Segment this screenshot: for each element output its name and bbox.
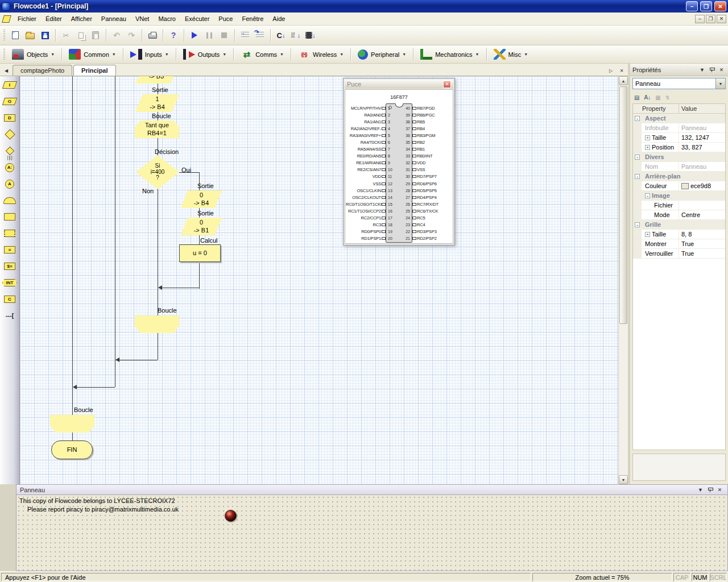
panneau-canvas[interactable]: This copy of Flowcode belongs to LYCEE-S…	[16, 495, 728, 571]
help-button[interactable]	[166, 28, 181, 42]
tab-principal[interactable]: Principal	[73, 65, 115, 76]
close-button[interactable]: ✕	[714, 1, 726, 11]
property-category-image[interactable]: -Image	[633, 191, 725, 201]
loop-icon[interactable]	[3, 197, 16, 204]
compile-c-button[interactable]	[274, 28, 288, 42]
common-group[interactable]: Common▼	[65, 47, 120, 62]
properties-close-icon[interactable]: ✕	[717, 66, 726, 74]
input-icon[interactable]: I	[2, 81, 17, 89]
mdi-restore-button[interactable]: ❐	[706, 15, 715, 23]
flow-calculation[interactable]: u = 0	[179, 244, 221, 262]
collapse-icon[interactable]: -	[635, 174, 640, 179]
mechatronics-group[interactable]: Mechatronics▼	[416, 47, 483, 62]
property-category-grille[interactable]: -Grille	[633, 220, 725, 230]
compile-hex-button[interactable]	[288, 28, 303, 42]
mdi-close-button[interactable]: ✕	[717, 15, 726, 23]
puce-close-icon[interactable]: ✕	[443, 81, 451, 88]
property-row-nom[interactable]: NomPanneau	[633, 162, 725, 172]
tab-scroll-left-icon[interactable]: ◀	[2, 66, 11, 75]
tab-comptagephoto[interactable]: comptagePhoto	[13, 65, 72, 76]
component-macro-icon[interactable]	[4, 230, 15, 237]
delay-icon[interactable]: D	[4, 114, 15, 122]
categorized-view-icon[interactable]: ▤	[634, 94, 639, 101]
property-row-taille[interactable]: +Taille132, 1247	[633, 133, 725, 143]
comment-icon[interactable]: ---[	[6, 313, 14, 319]
object-selector[interactable]: Panneau ▼	[632, 78, 726, 89]
menu-editer[interactable]: Éditer	[41, 13, 67, 24]
property-row-verrouiller[interactable]: VerrouillerTrue	[633, 249, 725, 259]
step-into-button[interactable]	[238, 28, 253, 42]
tab-scroll-right-icon[interactable]: ▷	[606, 66, 615, 75]
point-icon[interactable]: A	[5, 180, 14, 189]
stop-button[interactable]	[217, 28, 231, 42]
open-button[interactable]	[23, 28, 38, 42]
menu-executer[interactable]: Exécuter	[180, 13, 214, 24]
decision-icon[interactable]	[5, 129, 15, 139]
panneau-close-icon[interactable]: ✕	[715, 486, 724, 494]
inputs-group[interactable]: Inputs▼	[126, 47, 173, 62]
scroll-thumb[interactable]	[619, 86, 627, 324]
flow-output-b3[interactable]: -> B3	[135, 76, 177, 84]
scroll-down-icon[interactable]: ▼	[619, 475, 628, 484]
property-row-montrer[interactable]: MontrerTrue	[633, 239, 725, 249]
wireless-group[interactable]: Wireless▼	[294, 47, 348, 62]
panneau-menu-icon[interactable]: ▼	[696, 486, 705, 494]
collapse-icon[interactable]: -	[635, 222, 640, 227]
properties-menu-icon[interactable]: ▼	[698, 66, 706, 74]
property-row-fichier[interactable]: Fichier	[633, 201, 725, 210]
copy-button[interactable]	[73, 28, 88, 42]
chevron-down-icon[interactable]: ▼	[475, 52, 479, 56]
step-over-button[interactable]	[253, 28, 267, 42]
collapse-icon[interactable]: -	[645, 193, 650, 198]
output-icon[interactable]: O	[2, 98, 17, 105]
chevron-down-icon[interactable]: ▼	[402, 52, 406, 56]
chevron-down-icon[interactable]: ▼	[524, 52, 528, 56]
tab-close-icon[interactable]: ✕	[617, 66, 626, 75]
redo-button[interactable]	[124, 28, 139, 42]
misc-group[interactable]: Misc▼	[490, 47, 532, 62]
calculation-icon[interactable]: =	[4, 246, 15, 253]
c-code-icon[interactable]: C	[4, 296, 15, 303]
expand-icon[interactable]: +	[645, 135, 650, 140]
flow-output-0-b1[interactable]: 0-> B1	[181, 218, 222, 235]
expand-icon[interactable]: +	[645, 145, 650, 150]
interrupt-icon[interactable]: INT	[2, 279, 17, 286]
connection-icon[interactable]	[5, 147, 14, 156]
flow-output-b4[interactable]: 1-> B4	[135, 94, 179, 112]
minimize-button[interactable]: –	[686, 1, 698, 11]
menu-afficher[interactable]: Afficher	[67, 13, 97, 24]
compile-chip-button[interactable]	[303, 28, 318, 42]
led-component[interactable]	[225, 510, 237, 522]
property-category-divers[interactable]: -Divers	[633, 152, 725, 162]
events-icon[interactable]: ↯	[665, 94, 670, 101]
chevron-down-icon[interactable]: ▼	[165, 52, 169, 56]
canvas-vscrollbar[interactable]: ▲ ▼	[618, 76, 628, 484]
puce-title-bar[interactable]: Puce ✕	[345, 80, 453, 89]
chevron-down-icon[interactable]: ▼	[715, 78, 725, 89]
chevron-down-icon[interactable]: ▼	[280, 52, 284, 56]
property-row-position[interactable]: +Position33, 827	[633, 143, 725, 152]
pause-button[interactable]	[202, 28, 217, 42]
menu-fenetre[interactable]: Fenêtre	[237, 13, 268, 24]
cut-button[interactable]	[59, 28, 73, 42]
property-row-couleur[interactable]: Couleurece9d8	[633, 181, 725, 191]
collapse-icon[interactable]: -	[635, 155, 640, 160]
menu-panneau[interactable]: Panneau	[97, 13, 131, 24]
toolbar-handle[interactable]	[3, 49, 5, 60]
property-pages-icon[interactable]: ▦	[655, 94, 660, 101]
objects-group[interactable]: Objects▼	[8, 47, 59, 62]
mdi-minimize-button[interactable]: –	[695, 15, 705, 23]
save-button[interactable]	[38, 28, 52, 42]
property-row-mode[interactable]: ModeCentre	[633, 210, 725, 220]
menu-puce[interactable]: Puce	[214, 13, 237, 24]
print-button[interactable]	[145, 28, 160, 42]
macro-icon[interactable]	[4, 213, 15, 221]
paste-button[interactable]	[88, 28, 103, 42]
property-row-taille[interactable]: +Taille8, 8	[633, 230, 725, 239]
chevron-down-icon[interactable]: ▼	[222, 52, 226, 56]
comms-group[interactable]: Comms▼	[237, 47, 288, 62]
toolbar-handle[interactable]	[3, 30, 5, 41]
collapse-icon[interactable]: -	[635, 116, 640, 121]
new-button[interactable]	[8, 28, 23, 42]
flow-end-terminal[interactable]: FIN	[51, 440, 93, 459]
